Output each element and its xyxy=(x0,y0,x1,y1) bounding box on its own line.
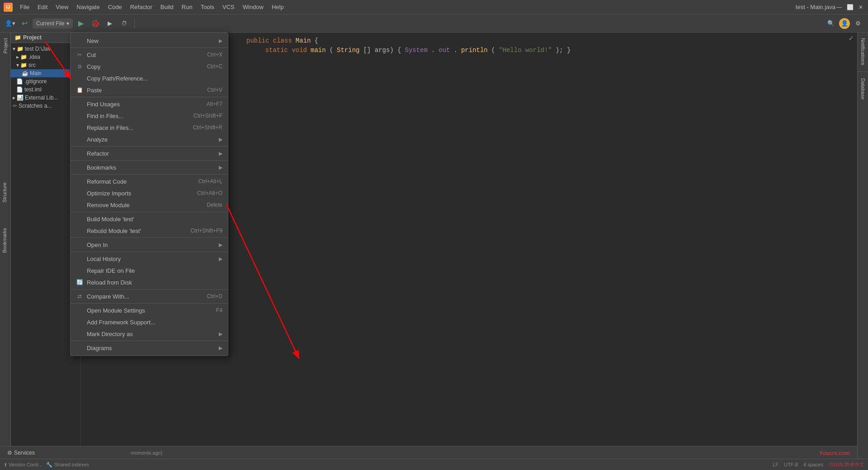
ctx-item-analyze[interactable]: Analyze ▶ xyxy=(71,133,228,145)
coverage-button[interactable]: ▶ xyxy=(104,17,116,30)
ctx-label-find-usages: Find Usages xyxy=(87,101,203,108)
ctx-item-find-in-files[interactable]: Find in Files... Ctrl+Shift+F xyxy=(71,110,228,122)
sidebar-item-database[interactable]: Database xyxy=(859,75,868,103)
ctx-item-paste[interactable]: 📋 Paste Ctrl+V xyxy=(71,84,228,96)
ctx-item-find-usages[interactable]: Find Usages Alt+F7 xyxy=(71,97,228,110)
right-sidebar: Notifications Database xyxy=(857,33,868,459)
ctx-item-local-history[interactable]: Local History ▶ xyxy=(71,252,228,265)
statusbar-right: LF UTF-8 4 spaces OSDN 简体中文 xyxy=(773,461,864,468)
debug-button[interactable]: 🐞 xyxy=(89,17,102,30)
maximize-button[interactable]: ⬜ xyxy=(846,4,854,11)
settings-button[interactable]: ⚙ xyxy=(852,17,864,30)
menu-help[interactable]: Help xyxy=(268,2,288,12)
ctx-item-open-in[interactable]: Open In ▶ xyxy=(71,237,228,251)
local-history-icon xyxy=(76,255,83,262)
submenu-arrow-analyze: ▶ xyxy=(219,137,222,142)
method-name: main xyxy=(311,46,326,55)
ctx-item-diagrams[interactable]: Diagrams ▶ xyxy=(71,341,228,354)
run-button[interactable]: ▶ xyxy=(75,17,87,30)
arr: [] args) { xyxy=(363,46,401,55)
app-logo: IJ xyxy=(4,3,13,12)
file-icon: 📄 xyxy=(16,78,23,85)
new-icon xyxy=(76,37,83,44)
ctx-label-diagrams: Diagrams xyxy=(87,345,215,351)
menu-view[interactable]: View xyxy=(52,2,72,12)
ctx-item-bookmarks[interactable]: Bookmarks ▶ xyxy=(71,160,228,173)
sidebar-item-structure[interactable]: Structure xyxy=(0,179,9,206)
version-control-label[interactable]: ⬆ Version Contr... xyxy=(4,462,42,467)
framework-icon xyxy=(76,318,83,326)
ctx-item-refactor[interactable]: Refactor ▶ xyxy=(71,146,228,159)
back-button[interactable]: ↩ xyxy=(18,17,31,30)
ctx-item-mark-directory[interactable]: Mark Directory as ▶ xyxy=(71,328,228,340)
ctx-label-repair: Repair IDE on File xyxy=(87,267,222,274)
menu-edit[interactable]: Edit xyxy=(34,2,51,12)
ctx-item-compare-with[interactable]: ⇄ Compare With... Ctrl+D xyxy=(71,289,228,302)
window-controls: — ⬜ ✕ xyxy=(835,4,864,11)
ctx-shortcut-cut: Ctrl+X xyxy=(207,52,222,58)
menu-vcs[interactable]: VCS xyxy=(219,2,238,12)
menu-navigate[interactable]: Navigate xyxy=(73,2,103,12)
ctx-item-open-module-settings[interactable]: Open Module Settings F4 xyxy=(71,303,228,316)
shared-indexes-label: Shared indexes xyxy=(54,462,89,467)
shared-indexes-item[interactable]: 🔧 Shared indexes xyxy=(46,462,89,468)
analyze-icon xyxy=(76,136,83,143)
submenu-arrow-local-history: ▶ xyxy=(219,256,222,262)
sidebar-item-project[interactable]: Project xyxy=(1,34,10,57)
ctx-item-copy-path[interactable]: Copy Path/Reference... xyxy=(71,72,228,84)
ctx-item-repair-ide[interactable]: Repair IDE on File xyxy=(71,265,228,276)
sidebar-item-notifications[interactable]: Notifications xyxy=(859,34,868,69)
titlebar: IJ File Edit View Navigate Code Refactor… xyxy=(0,0,868,14)
menu-refactor[interactable]: Refactor xyxy=(127,2,156,12)
minimize-button[interactable]: — xyxy=(835,4,843,11)
ctx-label-mark-dir: Mark Directory as xyxy=(87,331,215,337)
menu-build[interactable]: Build xyxy=(157,2,177,12)
ctx-label-find-in-files: Find in Files... xyxy=(87,113,190,119)
search-everywhere-button[interactable]: 🔍 xyxy=(825,17,837,30)
run-config-selector[interactable]: Current File ▾ xyxy=(33,19,73,28)
ctx-shortcut-copy: Ctrl+C xyxy=(207,63,222,70)
ctx-item-reload-disk[interactable]: 🔄 Reload from Disk xyxy=(71,276,228,288)
ctx-item-build-module[interactable]: Build Module 'test' xyxy=(71,212,228,225)
project-header-label: Project xyxy=(23,34,42,41)
user-icon[interactable]: 👤 xyxy=(839,18,850,29)
left-sidebar-extra: Structure Bookmarks xyxy=(0,179,11,256)
ctx-item-optimize-imports[interactable]: Optimize Imports Ctrl+Alt+O xyxy=(71,187,228,199)
menu-window[interactable]: Window xyxy=(239,2,267,12)
ctx-item-rebuild-module[interactable]: Rebuild Module 'test' Ctrl+Shift+F9 xyxy=(71,225,228,237)
line-ending-label[interactable]: LF xyxy=(773,462,778,467)
tree-item-label: .gitignore xyxy=(24,78,47,85)
ctx-label-reformat: Reformat Code xyxy=(87,178,195,185)
module-settings-icon xyxy=(76,307,83,314)
ctx-label-local-history: Local History xyxy=(87,256,215,262)
ctx-shortcut-find-files: Ctrl+Shift+F xyxy=(193,113,222,119)
ctx-item-reformat[interactable]: Reformat Code Ctrl+Alt+L xyxy=(71,174,228,187)
menu-tools[interactable]: Tools xyxy=(197,2,218,12)
menu-code[interactable]: Code xyxy=(104,2,126,12)
main-layout: Project 📁 Project ⚙ ▾ 📁 test D:\Jav ▸ 📁 … xyxy=(0,33,868,459)
profile-button[interactable]: 👤▾ xyxy=(4,17,16,30)
sidebar-item-bookmarks[interactable]: Bookmarks xyxy=(0,224,9,256)
tab-services[interactable]: ⚙ Services xyxy=(4,448,38,458)
indent-label[interactable]: 4 spaces xyxy=(803,462,823,467)
ctx-item-remove-module[interactable]: Remove Module Delete xyxy=(71,199,228,211)
submenu-arrow-mark-dir: ▶ xyxy=(219,331,222,337)
expand-icon: ▸ xyxy=(16,54,19,60)
ctx-item-add-framework[interactable]: Add Framework Support... xyxy=(71,316,228,328)
profile-run-button[interactable]: ⏱ xyxy=(118,17,131,30)
ctx-label-reload: Reload from Disk xyxy=(87,279,222,286)
repair-icon xyxy=(76,267,83,274)
toolbar-separator-1 xyxy=(134,19,135,28)
menu-file[interactable]: File xyxy=(16,2,33,12)
ctx-item-replace-in-files[interactable]: Replace in Files... Ctrl+Shift+R xyxy=(71,122,228,133)
menu-run[interactable]: Run xyxy=(178,2,196,12)
scratches-icon: ✏ xyxy=(13,103,17,109)
ctx-item-new[interactable]: New ▶ xyxy=(71,35,228,47)
ctx-item-copy[interactable]: ⧉ Copy Ctrl+C xyxy=(71,61,228,72)
code-editor[interactable]: public class Main { static void main ( S… xyxy=(239,33,857,459)
ctx-item-cut[interactable]: ✂ Cut Ctrl+X xyxy=(71,47,228,61)
encoding-label[interactable]: UTF-8 xyxy=(784,462,798,467)
build-icon xyxy=(76,215,83,223)
main-toolbar: 👤▾ ↩ Current File ▾ ▶ 🐞 ▶ ⏱ 🔍 👤 ⚙ xyxy=(0,14,868,33)
close-button[interactable]: ✕ xyxy=(857,4,864,11)
